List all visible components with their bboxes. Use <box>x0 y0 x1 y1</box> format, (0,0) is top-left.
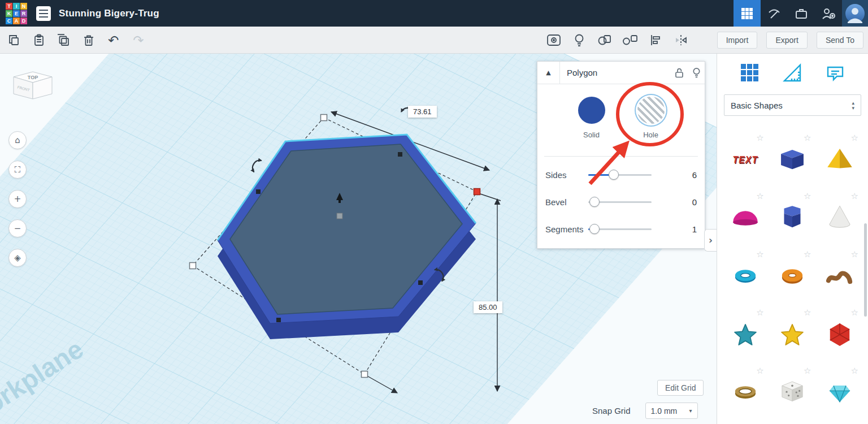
favorite-star-icon[interactable]: ☆ <box>756 191 763 201</box>
mirror-icon[interactable] <box>672 31 689 50</box>
ungroup-icon[interactable] <box>622 31 639 50</box>
scale-handle[interactable] <box>418 280 423 285</box>
corner-handle[interactable] <box>362 371 368 378</box>
favorite-star-icon[interactable]: ☆ <box>804 133 811 143</box>
view-cube-top-label[interactable]: TOP <box>28 75 38 80</box>
zoom-in-button[interactable]: + <box>8 190 27 208</box>
dimension-width-value[interactable]: 73.61 <box>408 106 437 118</box>
redo-icon[interactable]: ↷ <box>130 31 147 50</box>
align-icon[interactable] <box>647 31 664 50</box>
paste-icon[interactable] <box>31 31 47 50</box>
shape-pyramid[interactable]: ☆ <box>816 131 863 189</box>
ruler-tool-icon[interactable] <box>780 62 805 84</box>
shape-category-select[interactable]: Basic Shapes ▴▾ <box>724 94 861 116</box>
design-title[interactable]: Stunning Bigery-Trug <box>59 8 159 19</box>
solid-swatch[interactable] <box>578 97 605 124</box>
undo-icon[interactable]: ↶ <box>105 31 122 50</box>
snap-grid-select[interactable]: 1.0 mm ▾ <box>645 403 698 419</box>
sidebar-scrollbar[interactable] <box>864 223 867 317</box>
favorite-star-icon[interactable]: ☆ <box>804 308 811 318</box>
shape-icosahedron[interactable]: ☆ <box>816 305 863 364</box>
hole-swatch[interactable] <box>637 97 665 124</box>
visibility-bulb-icon[interactable] <box>688 67 705 79</box>
favorite-star-icon[interactable]: ☆ <box>804 249 811 259</box>
zoom-out-button[interactable]: − <box>8 219 27 237</box>
collapse-panel-button[interactable]: ▲ <box>537 62 560 84</box>
shape-torus[interactable]: ☆ <box>769 247 817 305</box>
favorite-star-icon[interactable]: ☆ <box>851 249 858 259</box>
projects-briefcase-icon[interactable] <box>788 0 815 27</box>
corner-handle-active[interactable] <box>474 189 480 195</box>
favorite-star-icon[interactable]: ☆ <box>851 308 858 318</box>
favorite-star-icon[interactable]: ☆ <box>851 366 858 376</box>
scale-handle[interactable] <box>398 152 402 157</box>
workplane-tool-icon[interactable] <box>737 62 762 84</box>
favorite-star-icon[interactable]: ☆ <box>756 308 763 318</box>
shape-tube[interactable]: ☆ <box>722 247 769 305</box>
topbar-right <box>734 0 868 27</box>
dimension-height-value[interactable]: 85.00 <box>474 301 502 313</box>
dashboard-grid-icon[interactable] <box>734 0 761 27</box>
avatar[interactable] <box>842 0 868 27</box>
tinkercad-logo-icon[interactable]: T I N K E R C A D <box>6 3 27 24</box>
bevel-slider[interactable] <box>588 201 652 203</box>
favorite-star-icon[interactable]: ☆ <box>804 366 811 376</box>
notes-tool-icon[interactable] <box>823 62 848 84</box>
sides-value[interactable]: 6 <box>692 170 697 180</box>
group-icon[interactable] <box>596 31 613 50</box>
shape-dice[interactable]: ☆ <box>769 364 817 422</box>
favorite-star-icon[interactable]: ☆ <box>756 249 763 259</box>
perspective-toggle-button[interactable]: ◈ <box>8 249 27 267</box>
viewport-3d[interactable]: 73.61 85.00 TOP FRONT ⌂ ⛶ + − ◈ Workplan… <box>0 54 717 424</box>
sides-slider-handle[interactable] <box>609 170 619 180</box>
design-properties-icon[interactable] <box>36 6 51 21</box>
corner-handle[interactable] <box>190 263 196 269</box>
favorite-star-icon[interactable]: ☆ <box>756 133 763 143</box>
shape-cone[interactable]: ☆ <box>816 189 863 247</box>
shape-star[interactable]: ☆ <box>769 305 817 364</box>
build-pickaxe-icon[interactable] <box>761 0 788 27</box>
fit-view-button[interactable]: ⛶ <box>8 161 27 179</box>
corner-handle[interactable] <box>321 115 327 121</box>
shape-half-sphere[interactable]: ☆ <box>722 189 769 247</box>
shape-star-soft[interactable]: ☆ <box>722 305 769 364</box>
home-view-button[interactable]: ⌂ <box>8 131 27 149</box>
shape-polygon[interactable]: ☆ <box>769 189 817 247</box>
sides-row: Sides 6 <box>537 161 705 188</box>
sides-slider[interactable] <box>588 174 652 176</box>
shape-text[interactable]: ☆ TEXT <box>722 131 769 189</box>
import-button[interactable]: Import <box>717 32 758 49</box>
send-to-button[interactable]: Send To <box>817 32 863 49</box>
duplicate-icon[interactable] <box>55 31 72 50</box>
lightbulb-icon[interactable] <box>571 31 588 50</box>
favorite-star-icon[interactable]: ☆ <box>851 133 858 143</box>
bevel-slider-handle[interactable] <box>589 197 600 207</box>
segments-value[interactable]: 1 <box>692 224 697 234</box>
text-shape-glyph: TEXT <box>732 155 758 165</box>
edit-grid-button[interactable]: Edit Grid <box>657 380 704 396</box>
scale-handle[interactable] <box>276 318 281 322</box>
center-handle[interactable] <box>337 213 342 219</box>
shape-ring[interactable]: ☆ <box>722 364 769 422</box>
lock-icon[interactable] <box>671 67 688 79</box>
view-cube[interactable]: TOP FRONT <box>10 70 57 105</box>
favorite-star-icon[interactable]: ☆ <box>851 191 858 201</box>
panel-collapse-tab[interactable]: › <box>704 229 717 252</box>
material-hole[interactable]: Hole <box>637 97 665 139</box>
export-button[interactable]: Export <box>766 32 807 49</box>
shape-box[interactable]: ☆ <box>769 131 817 189</box>
shape-gem[interactable]: ☆ <box>816 364 863 422</box>
segments-slider[interactable] <box>588 228 652 230</box>
favorite-star-icon[interactable]: ☆ <box>804 191 811 201</box>
bevel-row: Bevel 0 <box>537 188 705 215</box>
segments-slider-handle[interactable] <box>589 224 600 234</box>
material-solid[interactable]: Solid <box>578 97 605 139</box>
delete-trash-icon[interactable] <box>80 31 97 50</box>
copy-icon[interactable] <box>6 31 23 50</box>
show-all-icon[interactable] <box>545 31 562 50</box>
bevel-value[interactable]: 0 <box>692 197 697 207</box>
shape-scribble[interactable]: ☆ <box>816 247 863 305</box>
add-collaborator-icon[interactable] <box>815 0 842 27</box>
scale-handle[interactable] <box>256 189 261 194</box>
favorite-star-icon[interactable]: ☆ <box>756 366 763 376</box>
